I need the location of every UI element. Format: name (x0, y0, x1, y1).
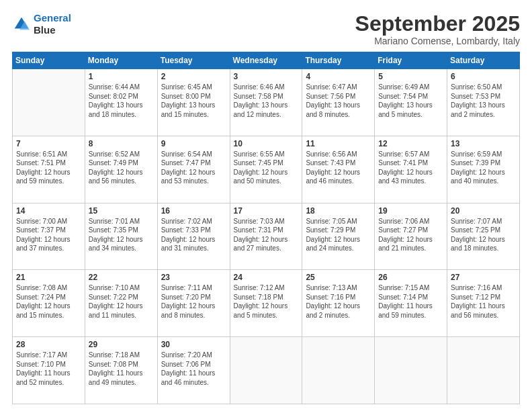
logo-line2: Blue (34, 24, 71, 36)
calendar-cell: 19 Sunrise: 7:06 AM Sunset: 7:27 PM Dayl… (375, 203, 447, 270)
sunset-text: Sunset: 7:58 PM (234, 93, 283, 100)
month-title: September 2025 (355, 12, 520, 36)
sunset-text: Sunset: 7:41 PM (378, 159, 428, 167)
day-info: Sunrise: 6:59 AM Sunset: 7:39 PM Dayligh… (451, 150, 516, 186)
sunset-text: Sunset: 8:02 PM (89, 93, 138, 100)
sunrise-text: Sunrise: 6:57 AM (378, 150, 429, 158)
sunset-text: Sunset: 7:47 PM (161, 159, 211, 167)
day-info: Sunrise: 7:16 AM Sunset: 7:12 PM Dayligh… (451, 283, 516, 320)
logo: General Blue (12, 12, 71, 36)
calendar-cell: 21 Sunrise: 7:08 AM Sunset: 7:24 PM Dayl… (13, 270, 85, 337)
day-number: 2 (161, 72, 226, 81)
sunrise-text: Sunrise: 6:47 AM (306, 83, 357, 91)
calendar-cell: 11 Sunrise: 6:56 AM Sunset: 7:43 PM Dayl… (302, 136, 375, 203)
day-number: 21 (16, 273, 81, 282)
day-number: 13 (451, 139, 516, 148)
daylight-text: Daylight: 12 hours and 37 minutes. (16, 236, 71, 253)
day-info: Sunrise: 7:10 AM Sunset: 7:22 PM Dayligh… (89, 283, 154, 320)
sunrise-text: Sunrise: 6:50 AM (451, 83, 502, 91)
weekday-header-saturday: Saturday (447, 52, 520, 69)
sunset-text: Sunset: 7:20 PM (161, 293, 211, 301)
day-number: 16 (161, 206, 226, 216)
daylight-text: Daylight: 13 hours and 2 minutes. (451, 101, 505, 118)
day-number: 10 (234, 139, 299, 148)
sunrise-text: Sunrise: 7:16 AM (451, 284, 502, 291)
sunrise-text: Sunrise: 7:05 AM (306, 218, 357, 225)
day-info: Sunrise: 6:56 AM Sunset: 7:43 PM Dayligh… (306, 150, 371, 186)
day-number: 5 (378, 72, 443, 81)
day-number: 14 (16, 206, 81, 216)
logo-icon (12, 15, 31, 34)
calendar-cell: 26 Sunrise: 7:15 AM Sunset: 7:14 PM Dayl… (375, 270, 447, 337)
daylight-text: Daylight: 12 hours and 27 minutes. (234, 236, 288, 253)
day-info: Sunrise: 6:45 AM Sunset: 8:00 PM Dayligh… (161, 83, 226, 119)
sunrise-text: Sunrise: 7:20 AM (161, 351, 212, 359)
calendar-cell (375, 337, 447, 404)
daylight-text: Daylight: 12 hours and 15 minutes. (16, 302, 71, 319)
calendar-cell: 8 Sunrise: 6:52 AM Sunset: 7:49 PM Dayli… (85, 136, 157, 203)
sunset-text: Sunset: 7:08 PM (89, 361, 138, 368)
daylight-text: Daylight: 12 hours and 43 minutes. (378, 169, 433, 185)
daylight-text: Daylight: 12 hours and 53 minutes. (161, 169, 216, 185)
calendar-cell: 25 Sunrise: 7:13 AM Sunset: 7:16 PM Dayl… (302, 270, 375, 337)
day-info: Sunrise: 6:46 AM Sunset: 7:58 PM Dayligh… (234, 83, 299, 119)
calendar-cell: 16 Sunrise: 7:02 AM Sunset: 7:33 PM Dayl… (157, 203, 230, 270)
sunset-text: Sunset: 7:35 PM (89, 226, 138, 234)
daylight-text: Daylight: 12 hours and 56 minutes. (89, 169, 143, 185)
daylight-text: Daylight: 12 hours and 24 minutes. (306, 236, 360, 253)
sunset-text: Sunset: 7:12 PM (451, 293, 500, 301)
sunset-text: Sunset: 7:43 PM (306, 159, 355, 167)
day-info: Sunrise: 7:12 AM Sunset: 7:18 PM Dayligh… (234, 283, 299, 320)
calendar-cell: 14 Sunrise: 7:00 AM Sunset: 7:37 PM Dayl… (13, 203, 85, 270)
day-number: 12 (378, 139, 443, 148)
day-info: Sunrise: 6:57 AM Sunset: 7:41 PM Dayligh… (378, 150, 443, 186)
daylight-text: Daylight: 13 hours and 8 minutes. (306, 101, 360, 118)
weekday-header-row: SundayMondayTuesdayWednesdayThursdayFrid… (13, 52, 520, 69)
sunrise-text: Sunrise: 6:55 AM (234, 150, 285, 158)
calendar-cell: 27 Sunrise: 7:16 AM Sunset: 7:12 PM Dayl… (447, 270, 520, 337)
calendar-cell: 22 Sunrise: 7:10 AM Sunset: 7:22 PM Dayl… (85, 270, 157, 337)
sunrise-text: Sunrise: 7:12 AM (234, 284, 285, 291)
week-row-3: 14 Sunrise: 7:00 AM Sunset: 7:37 PM Dayl… (13, 203, 520, 270)
sunrise-text: Sunrise: 7:10 AM (89, 284, 140, 291)
sunset-text: Sunset: 7:54 PM (378, 93, 428, 100)
day-number: 30 (161, 340, 226, 349)
sunset-text: Sunset: 7:29 PM (306, 226, 355, 234)
sunrise-text: Sunrise: 6:56 AM (306, 150, 357, 158)
day-number: 19 (378, 206, 443, 216)
day-info: Sunrise: 6:55 AM Sunset: 7:45 PM Dayligh… (234, 150, 299, 186)
calendar-cell: 29 Sunrise: 7:18 AM Sunset: 7:08 PM Dayl… (85, 337, 157, 404)
daylight-text: Daylight: 12 hours and 59 minutes. (16, 169, 71, 185)
calendar-cell: 15 Sunrise: 7:01 AM Sunset: 7:35 PM Dayl… (85, 203, 157, 270)
sunset-text: Sunset: 7:33 PM (161, 226, 211, 234)
sunrise-text: Sunrise: 7:18 AM (89, 351, 140, 359)
sunrise-text: Sunrise: 7:06 AM (378, 218, 429, 225)
daylight-text: Daylight: 12 hours and 2 minutes. (306, 302, 360, 319)
sunrise-text: Sunrise: 7:01 AM (89, 218, 140, 225)
calendar-cell: 3 Sunrise: 6:46 AM Sunset: 7:58 PM Dayli… (230, 69, 302, 136)
week-row-2: 7 Sunrise: 6:51 AM Sunset: 7:51 PM Dayli… (13, 136, 520, 203)
week-row-5: 28 Sunrise: 7:17 AM Sunset: 7:10 PM Dayl… (13, 337, 520, 404)
header: General Blue September 2025 Mariano Come… (12, 12, 520, 46)
sunset-text: Sunset: 7:51 PM (16, 159, 66, 167)
calendar-cell: 17 Sunrise: 7:03 AM Sunset: 7:31 PM Dayl… (230, 203, 302, 270)
sunrise-text: Sunrise: 6:45 AM (161, 83, 212, 91)
day-info: Sunrise: 7:00 AM Sunset: 7:37 PM Dayligh… (16, 217, 81, 253)
day-number: 6 (451, 72, 516, 81)
day-number: 17 (234, 206, 299, 216)
day-info: Sunrise: 6:49 AM Sunset: 7:54 PM Dayligh… (378, 83, 443, 119)
daylight-text: Daylight: 13 hours and 15 minutes. (161, 101, 216, 118)
daylight-text: Daylight: 11 hours and 49 minutes. (89, 369, 143, 386)
week-row-4: 21 Sunrise: 7:08 AM Sunset: 7:24 PM Dayl… (13, 270, 520, 337)
daylight-text: Daylight: 12 hours and 31 minutes. (161, 236, 216, 253)
sunset-text: Sunset: 7:45 PM (234, 159, 283, 167)
sunset-text: Sunset: 7:39 PM (451, 159, 500, 167)
day-info: Sunrise: 7:13 AM Sunset: 7:16 PM Dayligh… (306, 283, 371, 320)
daylight-text: Daylight: 13 hours and 12 minutes. (234, 101, 288, 118)
weekday-header-wednesday: Wednesday (230, 52, 302, 69)
calendar-cell (13, 69, 85, 136)
calendar-cell: 7 Sunrise: 6:51 AM Sunset: 7:51 PM Dayli… (13, 136, 85, 203)
sunrise-text: Sunrise: 6:51 AM (16, 150, 67, 158)
sunrise-text: Sunrise: 7:02 AM (161, 218, 212, 225)
day-info: Sunrise: 6:52 AM Sunset: 7:49 PM Dayligh… (89, 150, 154, 186)
